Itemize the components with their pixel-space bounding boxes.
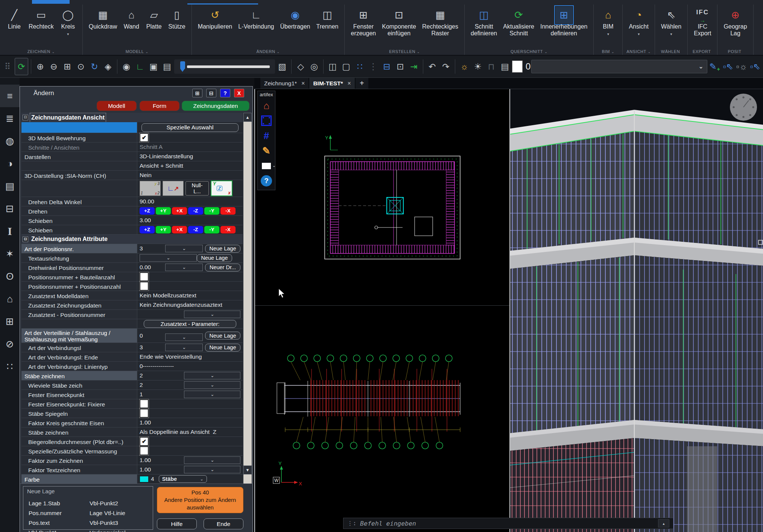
property-value[interactable]: 1 ⌄ — [137, 390, 243, 399]
property-row[interactable]: Schnitte / Ansichten Schnitt A — [21, 142, 243, 152]
dropdown[interactable]: ⌄ — [184, 311, 240, 318]
print-preview-icon[interactable]: ⊡ — [394, 58, 407, 75]
toolbar-item[interactable] — [291, 58, 292, 75]
pen-width-slider[interactable] — [174, 59, 275, 74]
property-value[interactable]: Kein Zeichnungsdatenzusaztext — [137, 300, 243, 309]
ribbon-item[interactable]: ⊕ GeograpLag — [720, 6, 750, 38]
color-swatch[interactable] — [140, 476, 149, 482]
dropdown[interactable]: ⌄ — [165, 245, 203, 252]
page-layout-icon[interactable]: ▢ — [340, 58, 353, 75]
property-value[interactable]: 3 ⌄ Neue Lage — [137, 343, 243, 352]
property-value[interactable]: 3.00 — [137, 216, 243, 225]
axis-minus-x-button[interactable]: -X — [220, 207, 236, 215]
property-value[interactable]: 3D-Liniendarstellung — [137, 152, 243, 161]
pencil-icon[interactable]: ✎ — [258, 143, 275, 158]
checkbox[interactable] — [140, 399, 149, 408]
panel-scrollbar[interactable]: ▲ ▼ — [243, 113, 252, 483]
neue-lage-button[interactable]: Neue Lage — [205, 245, 240, 253]
property-row[interactable]: Ansicht + Schnitt — [21, 161, 243, 171]
lage-option[interactable]: Vbl-Punkt2 — [90, 499, 126, 508]
property-row[interactable]: Fester Eiseneckpunkt 1 ⌄ — [21, 390, 243, 399]
cube-eye-icon[interactable]: ◎ — [308, 58, 321, 75]
new-tab-button[interactable]: + — [356, 78, 368, 89]
axis-plus-z-button[interactable]: +Z — [140, 207, 155, 215]
tab-modell[interactable]: Modell — [97, 101, 137, 111]
collapse-icon[interactable]: ⊟ — [23, 115, 28, 120]
dots-divider-icon[interactable]: ⋮ — [367, 58, 380, 75]
dropdown[interactable]: ⌄ — [184, 381, 240, 389]
toolbar-item[interactable] — [117, 58, 118, 75]
property-value[interactable] — [137, 399, 243, 408]
property-row[interactable]: Stäbe zeichnen Als Doppellinie aus Ansic… — [21, 427, 243, 437]
checkbox[interactable] — [140, 133, 149, 142]
property-value[interactable]: +Z+Y+X-Z-Y-X — [137, 225, 243, 234]
toolbar-item[interactable] — [323, 58, 324, 75]
scroll-up-button[interactable]: ▲ — [243, 113, 252, 122]
ende-button[interactable]: Ende — [204, 518, 243, 529]
select-frame-2-icon[interactable]: ▫☼ — [735, 58, 748, 75]
property-row[interactable]: ⊟ Zeichnungsdaten Attribute — [21, 235, 243, 244]
ribbon-item[interactable]: ╱ Linie — [3, 6, 26, 32]
sidebar-roll-icon[interactable]: ⊘ — [0, 333, 20, 355]
property-row[interactable]: Drehen Delta Winkel 90.00 — [21, 197, 243, 206]
toolbar-item[interactable] — [423, 58, 424, 75]
view-arrow-icon[interactable]: ∟↗ — [163, 181, 184, 196]
property-row[interactable]: Spezielle Auswahl — [21, 122, 243, 133]
lock-icon[interactable]: ⊓ — [485, 58, 498, 75]
dropdown[interactable]: ⌄ — [184, 391, 240, 398]
toolbar-item[interactable] — [454, 58, 456, 75]
neue-lage-button[interactable]: Neue Lage — [205, 344, 240, 352]
stirrup-icon[interactable] — [258, 113, 275, 128]
lage-option[interactable]: Pos.text — [29, 518, 62, 528]
zoom-extents-icon[interactable]: ⊞ — [61, 58, 74, 75]
property-value[interactable]: 0---------------- — [137, 362, 243, 371]
property-row[interactable]: Spezielle/Zusätzliche Vermassung — [21, 446, 243, 456]
checkbox[interactable] — [140, 437, 149, 446]
property-row[interactable]: Art der Verbindungsl: Ende Ende wie Vore… — [21, 352, 243, 362]
property-row[interactable]: 1y 32 x ∟↗ Null-L... YZx — [21, 180, 243, 197]
panel-close-icon[interactable]: X — [234, 89, 244, 97]
undo-icon[interactable]: ↶ — [426, 58, 439, 75]
property-row[interactable]: Stäbe zeichnen 2 ⌄ — [21, 371, 243, 380]
section-display-icon[interactable]: ▤ — [161, 58, 173, 75]
property-row[interactable]: Art der Verbindungsl 3 ⌄ Neue Lage — [21, 343, 243, 352]
property-row[interactable]: Faktor zum Zeichnen 1.00 ⌄ — [21, 456, 243, 465]
property-value[interactable]: 90.00 — [137, 197, 243, 206]
property-value[interactable]: 1.00 ⌄ — [137, 456, 243, 465]
select-frame-3-icon[interactable]: ▫⇖ — [749, 58, 761, 75]
axis-minus-x-button[interactable]: -X — [220, 226, 236, 233]
property-row[interactable]: Zusatztext Modelldaten Kein Modellzusatz… — [21, 291, 243, 300]
property-value[interactable]: 1y 32 x ∟↗ Null-L... YZx — [137, 180, 243, 197]
sidebar-filter-settings-icon[interactable]: ≡ — [0, 85, 20, 107]
axis-plus-x-button[interactable]: +X — [172, 207, 187, 215]
property-value[interactable]: +Z+Y+X-Z-Y-X — [137, 206, 243, 215]
scroll-down-button[interactable]: ▼ — [243, 465, 252, 474]
axis-plus-x-button[interactable]: +X — [172, 226, 187, 233]
neue-lage-button[interactable]: Neuer Dr... — [205, 264, 240, 271]
property-value[interactable]: 1.00 — [137, 418, 243, 427]
axis-plus-y-button[interactable]: +Y — [156, 207, 171, 215]
sidebar-home-icon[interactable]: ⌂ — [0, 288, 20, 310]
view-plane-icon[interactable]: 1y 32 x — [140, 181, 161, 196]
property-row[interactable]: Faktor Textzeichnen 1.00 ⌄ — [21, 465, 243, 474]
property-value[interactable]: 2 ⌄ — [137, 371, 243, 380]
property-value[interactable]: ⌄ Neue Lage — [137, 253, 243, 262]
sidebar-balloon-icon[interactable]: ◍ — [0, 130, 20, 152]
drawing-viewports[interactable]: artifex ⌂ # ✎ — [254, 89, 509, 532]
axis-minus-z-button[interactable]: -Z — [188, 226, 203, 233]
color-dropdown[interactable]: ⌄ — [258, 158, 275, 173]
dropdown[interactable]: ⌄ — [140, 254, 197, 262]
property-value[interactable]: Spezielle Auswahl — [137, 122, 243, 133]
help-icon[interactable]: ? — [258, 173, 275, 188]
window-split-icon[interactable]: ◫ — [326, 58, 339, 75]
ribbon-item[interactable]: ⊞ Fenstererzeugen — [348, 6, 379, 38]
pen-color-swatch[interactable]: 0 — [512, 58, 530, 75]
orbit-icon[interactable]: ↻ — [88, 58, 101, 75]
property-value[interactable]: 3 ⌄ Neue Lage — [137, 244, 243, 253]
property-row[interactable]: Art der Verteillinie / Stahlauszug / Sta… — [21, 329, 243, 343]
property-value[interactable] — [137, 133, 243, 142]
pen-width-slider[interactable] — [174, 58, 275, 75]
ribbon-item[interactable]: ▯ Stütze — [165, 6, 188, 32]
property-row[interactable]: Stäbe Spiegeln — [21, 409, 243, 418]
property-value[interactable]: Kein Modellzusatztext — [137, 291, 243, 300]
